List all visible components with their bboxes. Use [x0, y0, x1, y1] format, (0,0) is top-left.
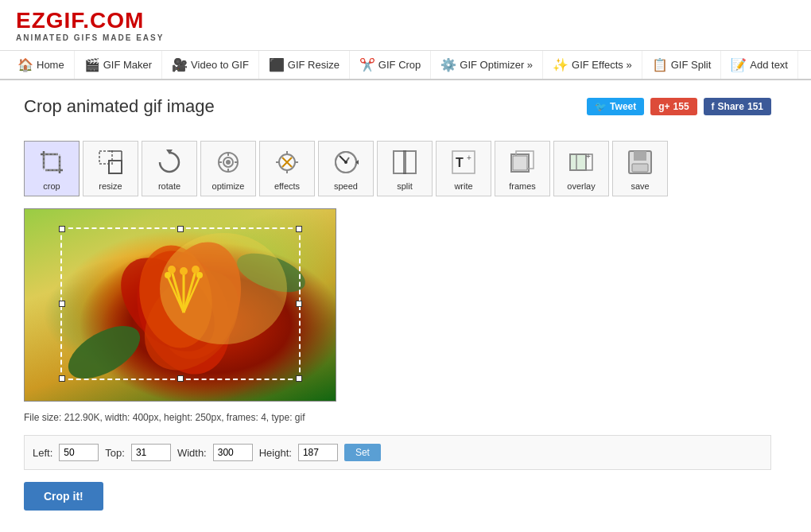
- header: EZGIF.COM ANIMATED GIFS MADE EASY: [0, 0, 811, 51]
- crop-tool-label: crop: [43, 181, 60, 191]
- svg-point-57: [60, 315, 149, 389]
- tool-overlay[interactable]: + overlay: [553, 141, 609, 196]
- tool-optimize[interactable]: optimize: [200, 141, 256, 196]
- svg-rect-36: [570, 154, 586, 170]
- svg-rect-41: [632, 164, 648, 172]
- svg-text:+: +: [586, 152, 591, 161]
- svg-text:+: +: [467, 153, 471, 162]
- nav-gif-effects[interactable]: ✨ GIF Effects »: [543, 51, 642, 79]
- share-button[interactable]: f Share 151: [704, 98, 771, 115]
- write-tool-label: write: [454, 181, 472, 191]
- nav-gifoptimizer-label: GIF Optimizer »: [460, 59, 533, 71]
- crop-tool-icon: [36, 146, 68, 178]
- home-icon: 🏠: [17, 57, 33, 72]
- svg-rect-6: [109, 161, 122, 173]
- top-label: Top:: [105, 447, 125, 459]
- nav-gifmaker-label: GIF Maker: [103, 59, 152, 71]
- gifoptimizer-icon: ⚙️: [440, 57, 456, 72]
- nav-home[interactable]: 🏠 Home: [8, 51, 75, 79]
- speed-tool-icon: [330, 146, 362, 178]
- nav-gif-crop[interactable]: ✂️ GIF Crop: [350, 51, 431, 79]
- tool-resize[interactable]: resize: [83, 141, 138, 196]
- canvas-area[interactable]: [24, 208, 336, 402]
- gifsplit-icon: 📋: [652, 57, 668, 72]
- file-info: File size: 212.90K, width: 400px, height…: [24, 412, 771, 423]
- set-button[interactable]: Set: [344, 444, 381, 461]
- main-content: Crop animated gif image 🐦 Tweet g+ 155 f…: [0, 80, 795, 526]
- gifcrop-icon: ✂️: [359, 57, 375, 72]
- nav-gifeffects-label: GIF Effects »: [572, 59, 632, 71]
- tool-split[interactable]: split: [377, 141, 433, 196]
- rotate-tool-icon: [153, 146, 185, 178]
- nav-gifresize-label: GIF Resize: [288, 59, 340, 71]
- svg-rect-27: [406, 151, 416, 173]
- effects-tool-label: effects: [274, 181, 300, 191]
- svg-rect-35: [513, 156, 527, 170]
- flower-svg: [25, 209, 337, 402]
- controls-row: Left: Top: Width: Height: Set: [24, 435, 771, 470]
- title-social-row: Crop animated gif image 🐦 Tweet g+ 155 f…: [24, 96, 771, 129]
- facebook-icon: f: [712, 101, 715, 112]
- nav-gif-resize[interactable]: ⬛ GIF Resize: [259, 51, 350, 79]
- logo-text: EZGIF.COM: [16, 8, 164, 33]
- nav-gif-maker[interactable]: 🎬 GIF Maker: [75, 51, 162, 79]
- tweet-button[interactable]: 🐦 Tweet: [587, 98, 644, 115]
- tool-save[interactable]: save: [612, 141, 668, 196]
- overlay-tool-icon: +: [565, 146, 597, 178]
- nav-addtext-label: Add text: [750, 59, 788, 71]
- frames-tool-icon: [506, 146, 538, 178]
- crop-it-button[interactable]: Crop it!: [24, 482, 103, 511]
- gplus-count: 155: [673, 101, 689, 112]
- split-tool-icon: [389, 146, 421, 178]
- svg-point-59: [160, 233, 287, 344]
- tweet-label: Tweet: [610, 101, 636, 112]
- effects-tool-icon: [271, 146, 303, 178]
- nav-add-text[interactable]: 📝 Add text: [721, 51, 798, 79]
- logo-subtitle: ANIMATED GIFS MADE EASY: [16, 33, 164, 42]
- svg-point-16: [226, 160, 231, 165]
- optimize-tool-label: optimize: [212, 181, 245, 191]
- nav-home-label: Home: [37, 59, 64, 71]
- page-title: Crop animated gif image: [24, 96, 215, 117]
- nav-gifcrop-label: GIF Crop: [378, 59, 421, 71]
- nav-gif-optimizer[interactable]: ⚙️ GIF Optimizer »: [431, 51, 543, 79]
- resize-tool-icon: [95, 146, 126, 178]
- tool-rotate[interactable]: rotate: [142, 141, 197, 196]
- left-input[interactable]: [59, 444, 99, 461]
- height-label: Height:: [259, 447, 292, 459]
- resize-tool-label: resize: [99, 181, 122, 191]
- left-label: Left:: [33, 447, 52, 459]
- svg-rect-5: [99, 151, 112, 164]
- tools-row: crop resize rotate: [24, 141, 771, 196]
- split-tool-label: split: [397, 181, 413, 191]
- gplus-icon: g+: [658, 101, 669, 112]
- gifresize-icon: ⬛: [269, 57, 285, 72]
- svg-rect-40: [634, 151, 646, 161]
- navigation: 🏠 Home 🎬 GIF Maker 🎥 Video to GIF ⬛ GIF …: [0, 51, 811, 80]
- top-input[interactable]: [131, 444, 171, 461]
- save-tool-icon: [624, 146, 656, 178]
- gplus-button[interactable]: g+ 155: [650, 98, 697, 115]
- frames-tool-label: frames: [509, 181, 536, 191]
- width-label: Width:: [177, 447, 207, 459]
- height-input[interactable]: [298, 444, 338, 461]
- nav-videotogif-label: Video to GIF: [191, 59, 249, 71]
- tool-effects[interactable]: effects: [259, 141, 315, 196]
- tool-frames[interactable]: frames: [495, 141, 550, 196]
- width-input[interactable]: [213, 444, 253, 461]
- rotate-tool-label: rotate: [158, 181, 180, 191]
- tool-write[interactable]: T + write: [436, 141, 491, 196]
- gif-preview[interactable]: [24, 208, 336, 402]
- nav-video-to-gif[interactable]: 🎥 Video to GIF: [162, 51, 259, 79]
- svg-point-24: [344, 161, 347, 164]
- optimize-tool-icon: [212, 146, 244, 178]
- share-count: 151: [747, 101, 763, 112]
- nav-gif-split[interactable]: 📋 GIF Split: [642, 51, 722, 79]
- save-tool-label: save: [631, 181, 649, 191]
- tool-crop[interactable]: crop: [24, 141, 80, 196]
- svg-text:T: T: [456, 156, 464, 169]
- logo[interactable]: EZGIF.COM ANIMATED GIFS MADE EASY: [16, 8, 164, 42]
- gifmaker-icon: 🎬: [84, 57, 100, 72]
- tool-speed[interactable]: speed: [318, 141, 374, 196]
- svg-rect-26: [394, 151, 404, 173]
